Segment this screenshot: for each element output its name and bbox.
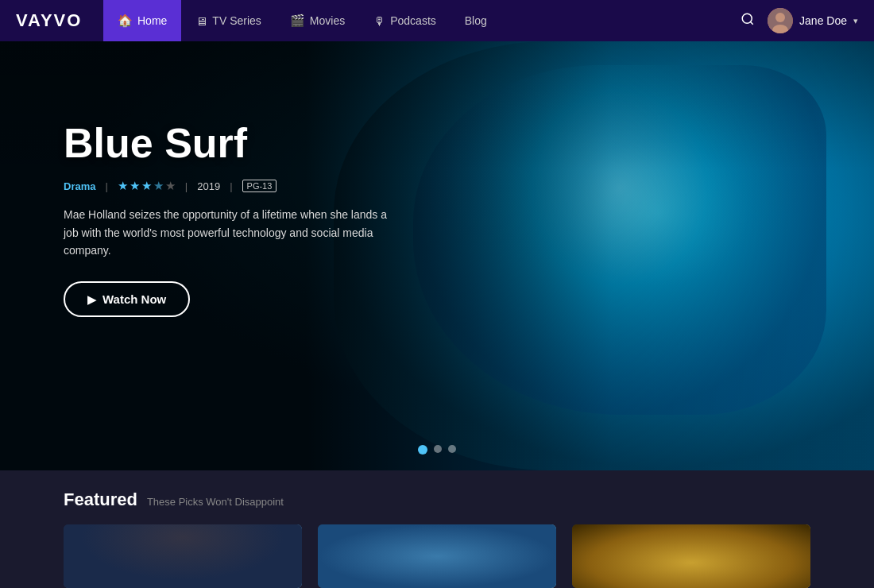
svg-line-1 <box>751 21 753 24</box>
navbar-links: 🏠 Home 🖥 TV Series 🎬 Movies 🎙 Podcasts B… <box>103 0 741 41</box>
avatar <box>768 8 793 33</box>
divider-1: | <box>105 180 107 192</box>
star-5: ★ <box>165 179 176 193</box>
divider-2: | <box>185 180 188 192</box>
nav-label-podcasts: Podcasts <box>390 14 436 27</box>
featured-title: Featured <box>64 489 137 510</box>
star-3: ★ <box>141 179 152 193</box>
featured-section: Featured These Picks Won't Disappoint <box>0 470 874 588</box>
home-icon: 🏠 <box>118 14 133 28</box>
nav-label-blog: Blog <box>465 14 487 27</box>
hero-description: Mae Holland seizes the opportunity of a … <box>64 206 397 259</box>
svg-point-3 <box>775 13 785 22</box>
featured-subtitle: These Picks Won't Disappoint <box>147 496 284 508</box>
star-4: ★ <box>153 179 164 193</box>
chevron-down-icon: ▾ <box>853 16 858 26</box>
brand-logo[interactable]: VAYVO <box>16 10 95 31</box>
dot-3[interactable] <box>448 445 456 453</box>
watch-now-label: Watch Now <box>102 292 166 306</box>
dot-2[interactable] <box>434 445 442 453</box>
dot-1[interactable] <box>418 445 427 455</box>
hero-section: Blue Surf Drama | ★ ★ ★ ★ ★ | 2019 | PG-… <box>0 41 874 470</box>
featured-card-2[interactable] <box>318 524 556 588</box>
slider-dots <box>418 445 456 455</box>
hero-rating-badge: PG-13 <box>242 180 277 192</box>
nav-label-tv-series: TV Series <box>212 14 261 27</box>
navbar: VAYVO 🏠 Home 🖥 TV Series 🎬 Movies 🎙 Podc… <box>0 0 874 41</box>
podcast-icon: 🎙 <box>373 14 385 28</box>
star-2: ★ <box>130 179 140 193</box>
svg-point-0 <box>742 14 752 23</box>
movie-icon: 🎬 <box>290 14 305 28</box>
hero-meta: Drama | ★ ★ ★ ★ ★ | 2019 | PG-13 <box>64 179 397 193</box>
tv-icon: 🖥 <box>195 14 207 28</box>
featured-header: Featured These Picks Won't Disappoint <box>64 489 810 510</box>
play-icon: ▶ <box>87 293 96 306</box>
hero-genre: Drama <box>64 180 95 192</box>
nav-item-podcasts[interactable]: 🎙 Podcasts <box>359 0 451 41</box>
navbar-right: Jane Doe ▾ <box>741 8 858 33</box>
nav-item-movies[interactable]: 🎬 Movies <box>276 0 359 41</box>
hero-year: 2019 <box>197 180 220 192</box>
nav-label-home: Home <box>137 14 167 27</box>
divider-3: | <box>230 180 232 192</box>
user-area[interactable]: Jane Doe ▾ <box>768 8 858 33</box>
watch-now-button[interactable]: ▶ Watch Now <box>64 281 190 317</box>
hero-stars: ★ ★ ★ ★ ★ <box>118 179 176 193</box>
search-icon <box>741 12 755 26</box>
hero-title: Blue Surf <box>64 121 397 166</box>
nav-item-tv-series[interactable]: 🖥 TV Series <box>181 0 275 41</box>
star-1: ★ <box>118 179 128 193</box>
featured-cards <box>64 524 810 588</box>
search-button[interactable] <box>741 12 755 30</box>
nav-label-movies: Movies <box>310 14 345 27</box>
nav-item-home[interactable]: 🏠 Home <box>103 0 181 41</box>
username: Jane Doe <box>799 14 847 27</box>
featured-card-3[interactable] <box>572 524 810 588</box>
hero-content: Blue Surf Drama | ★ ★ ★ ★ ★ | 2019 | PG-… <box>64 121 397 317</box>
featured-card-1[interactable] <box>64 524 302 588</box>
nav-item-blog[interactable]: Blog <box>451 0 501 41</box>
